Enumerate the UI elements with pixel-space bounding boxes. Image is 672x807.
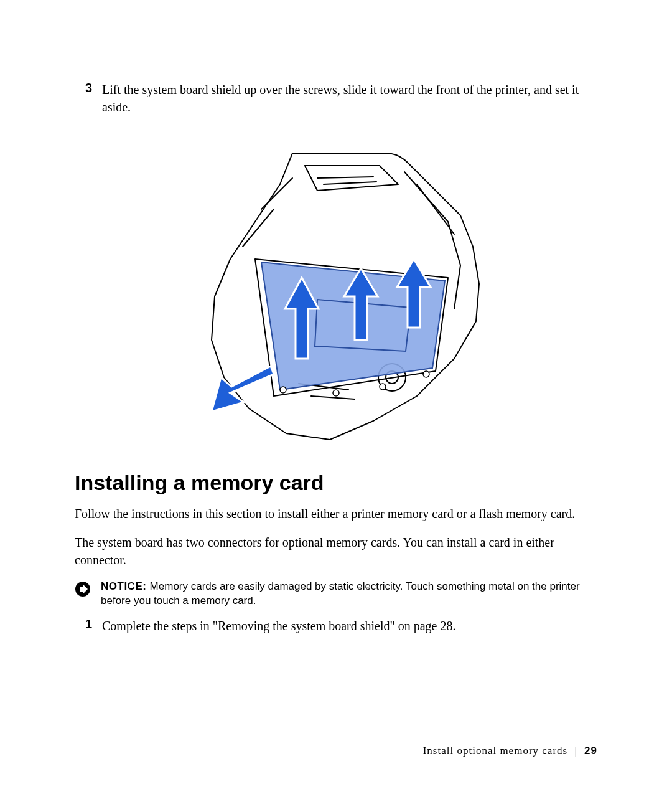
notice-block: NOTICE: Memory cards are easily damaged … bbox=[75, 580, 597, 608]
page-number: 29 bbox=[584, 745, 597, 757]
document-page: 3 Lift the system board shield up over t… bbox=[0, 0, 672, 807]
svg-point-2 bbox=[280, 387, 286, 393]
intro-paragraph-1: Follow the instructions in this section … bbox=[75, 505, 597, 522]
figure-container bbox=[75, 134, 597, 452]
step-1: 1 Complete the steps in "Removing the sy… bbox=[75, 617, 597, 635]
step-3: 3 Lift the system board shield up over t… bbox=[75, 81, 597, 116]
footer-section-title: Install optional memory cards bbox=[423, 745, 567, 757]
notice-body: Memory cards are easily damaged by stati… bbox=[101, 580, 580, 606]
step-number: 1 bbox=[75, 617, 102, 635]
page-footer: Install optional memory cards | 29 bbox=[423, 745, 597, 757]
svg-point-4 bbox=[380, 384, 386, 390]
intro-paragraph-2: The system board has two connectors for … bbox=[75, 534, 597, 569]
footer-separator: | bbox=[571, 745, 581, 757]
step-text: Lift the system board shield up over the… bbox=[102, 81, 597, 116]
svg-point-5 bbox=[423, 371, 429, 377]
step-number: 3 bbox=[75, 81, 102, 116]
svg-point-3 bbox=[333, 390, 339, 396]
step-text: Complete the steps in "Removing the syst… bbox=[102, 617, 597, 635]
notice-label: NOTICE: bbox=[101, 580, 150, 592]
notice-text: NOTICE: Memory cards are easily damaged … bbox=[101, 580, 597, 608]
section-heading: Installing a memory card bbox=[75, 471, 597, 495]
printer-illustration bbox=[187, 134, 485, 452]
notice-arrow-icon bbox=[75, 581, 91, 597]
